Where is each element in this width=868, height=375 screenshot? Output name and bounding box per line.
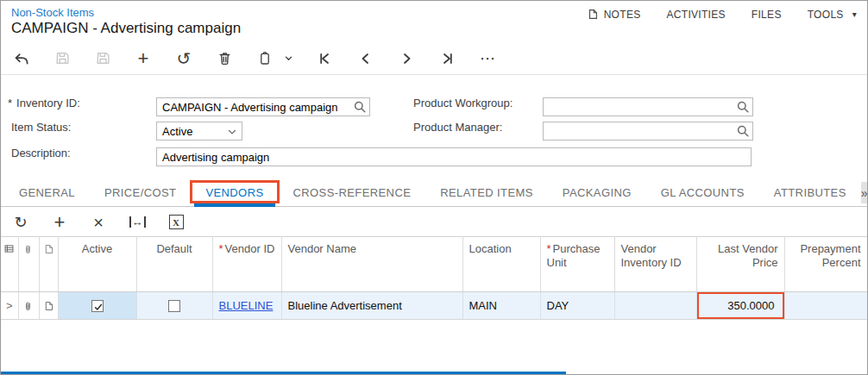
paperclip-icon [21,300,37,312]
tab-vendors[interactable]: VENDORS [192,179,276,206]
horizontal-scrollbar[interactable] [1,372,566,374]
top-menu: NOTES ACTIVITIES FILES TOOLS ▾ [587,8,857,21]
vendor-name-cell[interactable]: Blueline Advertisement [281,292,462,320]
breadcrumb[interactable]: Non-Stock Items [11,6,94,19]
vendor-id-link[interactable]: BLUELINE [219,299,274,312]
required-marker: * [8,97,12,109]
column-header-location[interactable]: Location [462,237,540,292]
column-header-default[interactable]: Default [136,237,212,292]
tools-menu-item[interactable]: TOOLS ▾ [808,9,857,21]
go-previous-button[interactable] [357,49,374,68]
required-marker: * [219,242,223,255]
search-icon[interactable] [736,100,750,114]
clipboard-button[interactable] [256,49,274,68]
clipboard-dropdown-chevron-icon[interactable] [283,49,293,68]
product-workgroup-label: Product Workgroup: [413,94,513,113]
column-header-last-vendor-price[interactable]: Last Vendor Price [696,237,784,292]
chevron-down-icon: ▾ [852,9,857,19]
product-workgroup-field [543,97,753,116]
tab-related-items[interactable]: RELATED ITEMS [427,179,546,206]
summary-form: *Inventory ID: Item Status: Active Descr… [1,75,867,179]
note-icon [587,8,599,21]
tools-label: TOOLS [808,9,844,21]
tab-overflow-button[interactable]: » [861,182,868,203]
column-header-vendor-name[interactable]: Vendor Name [281,237,462,292]
description-label: Description: [11,144,71,163]
go-next-button[interactable] [398,49,415,68]
purchase-unit-cell[interactable]: DAY [540,292,614,320]
last-vendor-price-cell[interactable]: 350.0000 [696,292,784,320]
tab-price-cost[interactable]: PRICE/COST [91,179,189,206]
tab-cross-reference[interactable]: CROSS-REFERENCE [280,179,425,206]
chevron-down-icon [227,127,237,137]
description-field [156,147,752,166]
vendors-grid: Active Default *Vendor ID Vendor Name Lo… [1,236,868,320]
tab-gl-accounts[interactable]: GL ACCOUNTS [648,179,758,206]
vendor-inventory-id-cell[interactable] [614,292,696,320]
files-label: FILES [752,9,782,21]
active-cell[interactable] [58,292,136,320]
product-workgroup-input[interactable] [543,97,753,116]
active-tab-underline [194,203,274,207]
save-button[interactable] [94,49,111,68]
note-icon [41,300,56,312]
active-checkbox[interactable] [91,300,104,312]
item-status-label: Item Status: [11,118,71,137]
fit-to-screen-icon[interactable]: ↔ [129,213,146,232]
tab-packaging[interactable]: PACKAGING [550,179,645,206]
go-first-button[interactable] [317,49,334,68]
description-input[interactable] [156,147,752,166]
grid-header-row: Active Default *Vendor ID Vendor Name Lo… [1,237,867,292]
notes-column-header [39,237,58,292]
product-manager-input[interactable] [543,122,753,141]
add-new-record-button[interactable]: + [135,49,152,68]
column-header-vendor-id[interactable]: *Vendor ID [212,237,281,292]
activities-label: ACTIVITIES [667,9,726,21]
go-last-button[interactable] [438,49,456,68]
search-icon[interactable] [353,100,367,114]
location-cell[interactable]: MAIN [462,292,540,320]
save-close-button[interactable] [53,49,71,68]
refresh-icon[interactable]: ↻ [12,213,29,232]
column-header-vendor-inventory-id[interactable]: Vendor Inventory ID [614,237,696,292]
product-manager-label: Product Manager: [413,118,502,137]
column-header-prepayment-percent[interactable]: Prepayment Percent [784,237,867,292]
activities-menu-item[interactable]: ACTIVITIES [667,9,726,21]
column-header-purchase-unit[interactable]: *Purchase Unit [540,237,614,292]
prepayment-percent-cell[interactable] [784,292,867,320]
row-settings-header[interactable] [1,237,18,292]
default-cell[interactable] [136,292,212,320]
table-row: > [1,292,867,320]
attachments-column-header [18,237,39,292]
tab-attributes[interactable]: ATTRIBUTES [761,179,859,206]
undo-button[interactable]: ↺ [175,49,192,68]
item-status-value: Active [162,125,192,138]
row-expander[interactable]: > [1,292,18,320]
delete-button[interactable] [216,49,233,68]
files-menu-item[interactable]: FILES [752,9,782,21]
delete-row-button[interactable]: × [90,213,107,232]
record-toolbar: + ↺ [1,42,867,75]
column-header-active[interactable]: Active [58,237,136,292]
back-button[interactable] [13,49,30,68]
more-actions-button[interactable]: ⋯ [479,49,496,68]
row-attachment-cell[interactable] [18,292,39,320]
inventory-id-input[interactable] [156,97,370,116]
grid-toolbar: ↻ + × ↔ X [1,208,867,236]
default-checkbox[interactable] [168,300,180,312]
required-marker: * [547,242,551,255]
product-manager-field [543,122,753,141]
tab-general[interactable]: GENERAL [6,179,88,206]
inventory-id-label: *Inventory ID: [8,94,80,113]
notes-menu-item[interactable]: NOTES [587,8,641,21]
export-to-excel-icon[interactable]: X [167,213,185,232]
item-status-select[interactable]: Active [156,122,242,141]
search-icon[interactable] [736,124,750,138]
row-note-cell[interactable] [39,292,58,320]
tab-bar: GENERAL PRICE/COST VENDORS CROSS-REFEREN… [1,179,867,207]
non-stock-items-screen: Non-Stock Items CAMPAIGN - Advertising c… [0,0,868,375]
notes-label: NOTES [604,9,641,21]
page-title: CAMPAIGN - Advertising campaign [11,20,241,37]
add-row-button[interactable]: + [51,213,68,232]
vendor-id-cell[interactable]: BLUELINE [212,292,281,320]
